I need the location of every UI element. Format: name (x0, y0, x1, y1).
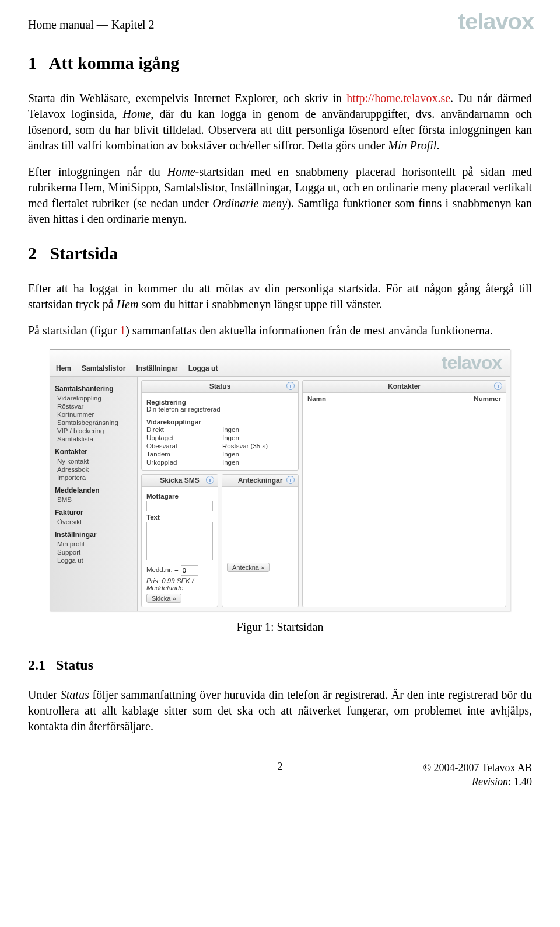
status-panel-header: Status i (142, 381, 298, 393)
sidebar-group-fakturor: Fakturor (55, 508, 132, 517)
sidebar-item-samtalslista[interactable]: Samtalslista (55, 435, 132, 443)
registration-text: Din telefon är registrerad (146, 406, 293, 413)
sidebar-item-logga-ut[interactable]: Logga ut (55, 556, 132, 564)
notes-add-button[interactable]: Anteckna » (227, 563, 270, 572)
sidebar-item-support[interactable]: Support (55, 548, 132, 556)
sidebar-group-meddelanden: Meddelanden (55, 486, 132, 494)
figure-1: Hem Samtalslistor Inställningar Logga ut… (50, 349, 510, 634)
section-2-paragraph-1: Efter att ha loggat in kommer du att möt… (28, 281, 532, 312)
brand-logo: telavox (458, 12, 534, 32)
sms-text-label: Text (146, 514, 213, 521)
top-tabs: Hem Samtalslistor Inställningar Logga ut (56, 364, 218, 372)
sidebar-item-importera[interactable]: Importera (55, 473, 132, 482)
tab-hem[interactable]: Hem (56, 364, 71, 372)
page-number: 2 (194, 761, 366, 773)
contacts-col-number: Nummer (474, 395, 501, 402)
section-2-1-heading: 2.1 Status (28, 657, 532, 673)
app-window: Hem Samtalslistor Inställningar Logga ut… (50, 349, 510, 611)
sidebar-item-rostsvar[interactable]: Röstsvar (55, 402, 132, 410)
tab-installningar[interactable]: Inställningar (136, 364, 177, 372)
sidebar-item-oversikt[interactable]: Översikt (55, 518, 132, 526)
section-1-paragraph-2: Efter inloggningen når du Home-startsida… (28, 164, 532, 227)
figure-1-caption: Figur 1: Startsidan (50, 621, 510, 634)
tab-samtalslistor[interactable]: Samtalslistor (82, 364, 125, 372)
sidebar-item-kortnummer[interactable]: Kortnummer (55, 410, 132, 419)
revision-label: Revision (472, 776, 508, 787)
notes-panel-header: Anteckningar i (222, 475, 298, 487)
section-2-paragraph-2: På startsidan (figur 1) sammanfattas den… (28, 323, 532, 339)
forwarding-label: Vidarekopplingar (146, 419, 293, 426)
section-2-1-paragraph: Under Status följer sammanfattning över … (28, 687, 532, 734)
status-panel: Status i Registrering Din telefon är reg… (141, 380, 299, 471)
copyright: © 2004-2007 Telavox AB (366, 761, 532, 775)
header-title: Home manual — Kapitel 2 (28, 18, 155, 32)
contacts-col-name: Namn (307, 395, 326, 402)
info-icon[interactable]: i (286, 476, 295, 484)
sms-panel-header: Skicka SMS i (142, 475, 218, 487)
info-icon[interactable]: i (286, 382, 295, 390)
sms-medd-value[interactable] (181, 565, 198, 576)
section-1-title: Att komma igång (49, 53, 179, 72)
revision-value: : 1.40 (508, 776, 532, 787)
sidebar-item-sms[interactable]: SMS (55, 496, 132, 504)
home-url-link[interactable]: http://home.telavox.se (346, 92, 450, 104)
figure-1-ref-link[interactable]: 1 (120, 324, 125, 337)
sidebar-item-samtalsbegransning[interactable]: Samtalsbegränsning (55, 419, 132, 427)
arrow-icon: » (261, 564, 264, 571)
section-2-1-title: Status (56, 657, 93, 672)
sidebar-item-vip-blockering[interactable]: VIP / blockering (55, 427, 132, 435)
sidebar: Samtalshantering Vidarekoppling Röstsvar… (50, 377, 138, 611)
info-icon[interactable]: i (494, 382, 502, 390)
arrow-icon: » (172, 595, 176, 602)
notes-panel: Anteckningar i Anteckna » (222, 474, 299, 607)
sidebar-item-vidarekoppling[interactable]: Vidarekoppling (55, 394, 132, 402)
sidebar-group-installningar: Inställningar (55, 531, 132, 539)
app-main: Status i Registrering Din telefon är reg… (138, 377, 510, 611)
section-2-title: Startsida (50, 243, 118, 263)
sms-text-input[interactable] (146, 522, 213, 560)
info-icon[interactable]: i (206, 476, 214, 484)
sms-price: Pris: 0.99 SEK / Meddelande (146, 577, 213, 591)
sms-send-button[interactable]: Skicka » (146, 594, 181, 603)
section-2-heading: 2 Startsida (28, 243, 532, 263)
sms-panel: Skicka SMS i Mottagare Text Medd.nr (141, 474, 218, 607)
sidebar-item-adressbok[interactable]: Adressbok (55, 465, 132, 473)
sidebar-group-kontakter: Kontakter (55, 448, 132, 456)
page-header: Home manual — Kapitel 2 telavox (28, 12, 532, 34)
sidebar-item-min-profil[interactable]: Min profil (55, 540, 132, 548)
sms-medd-label: Medd.nr. = (146, 566, 178, 573)
page-footer: 2 © 2004-2007 Telavox AB Revision: 1.40 (28, 758, 532, 789)
contacts-panel-header: Kontakter i (303, 381, 506, 393)
sidebar-group-samtalshantering: Samtalshantering (55, 385, 132, 393)
tab-logga-ut[interactable]: Logga ut (188, 364, 218, 372)
sms-recipient-label: Mottagare (146, 493, 213, 500)
registration-label: Registrering (146, 399, 293, 406)
contacts-panel: Kontakter i Namn Nummer (302, 380, 506, 607)
section-2-number: 2 (28, 243, 37, 263)
sms-recipient-input[interactable] (146, 501, 213, 511)
sidebar-item-ny-kontakt[interactable]: Ny kontakt (55, 457, 132, 465)
section-2-1-number: 2.1 (28, 657, 46, 672)
section-1-number: 1 (28, 53, 37, 72)
section-1-heading: 1 Att komma igång (28, 53, 532, 73)
app-brand-logo: telavox (442, 352, 502, 374)
section-1-paragraph-1: Starta din Webläsare, exempelvis Interne… (28, 90, 532, 154)
app-topbar: Hem Samtalslistor Inställningar Logga ut… (50, 350, 510, 377)
